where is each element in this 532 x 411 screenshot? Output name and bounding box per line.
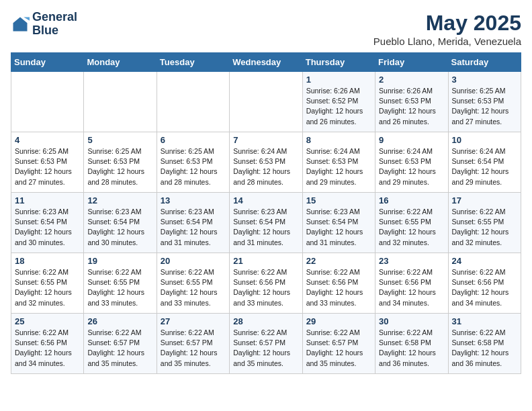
- day-number: 22: [306, 256, 371, 266]
- header-thursday: Thursday: [302, 53, 375, 72]
- calendar-cell: 6Sunrise: 6:25 AM Sunset: 6:53 PM Daylig…: [157, 132, 229, 193]
- day-number: 25: [15, 316, 80, 326]
- day-number: 16: [379, 195, 444, 205]
- day-number: 17: [452, 195, 517, 205]
- day-number: 30: [379, 316, 444, 326]
- day-number: 29: [306, 316, 371, 326]
- day-number: 4: [15, 135, 80, 145]
- calendar-cell: 26Sunrise: 6:22 AM Sunset: 6:57 PM Dayli…: [84, 314, 157, 374]
- day-info: Sunrise: 6:25 AM Sunset: 6:53 PM Dayligh…: [161, 146, 226, 187]
- day-info: Sunrise: 6:22 AM Sunset: 6:56 PM Dayligh…: [306, 267, 371, 308]
- day-number: 20: [161, 256, 226, 266]
- svg-marker-0: [13, 17, 28, 31]
- day-info: Sunrise: 6:25 AM Sunset: 6:53 PM Dayligh…: [452, 86, 517, 127]
- day-info: Sunrise: 6:23 AM Sunset: 6:54 PM Dayligh…: [306, 207, 371, 248]
- calendar-cell: 29Sunrise: 6:22 AM Sunset: 6:57 PM Dayli…: [302, 314, 375, 374]
- day-number: 3: [452, 75, 517, 85]
- calendar-cell: 21Sunrise: 6:22 AM Sunset: 6:56 PM Dayli…: [230, 253, 302, 314]
- day-info: Sunrise: 6:23 AM Sunset: 6:54 PM Dayligh…: [15, 207, 80, 248]
- calendar-header-row: SundayMondayTuesdayWednesdayThursdayFrid…: [11, 53, 521, 72]
- calendar-cell: 22Sunrise: 6:22 AM Sunset: 6:56 PM Dayli…: [302, 253, 375, 314]
- day-info: Sunrise: 6:22 AM Sunset: 6:58 PM Dayligh…: [379, 328, 444, 369]
- day-number: 7: [233, 135, 298, 145]
- day-number: 2: [379, 75, 444, 85]
- calendar-cell: 27Sunrise: 6:22 AM Sunset: 6:57 PM Dayli…: [157, 314, 229, 374]
- day-info: Sunrise: 6:24 AM Sunset: 6:54 PM Dayligh…: [452, 146, 517, 187]
- header-saturday: Saturday: [448, 53, 521, 72]
- header-sunday: Sunday: [11, 53, 84, 72]
- day-info: Sunrise: 6:26 AM Sunset: 6:53 PM Dayligh…: [379, 86, 444, 127]
- day-info: Sunrise: 6:24 AM Sunset: 6:53 PM Dayligh…: [233, 146, 298, 187]
- day-number: 11: [15, 195, 80, 205]
- day-number: 9: [379, 135, 444, 145]
- calendar-cell: 9Sunrise: 6:24 AM Sunset: 6:53 PM Daylig…: [375, 132, 448, 193]
- day-info: Sunrise: 6:25 AM Sunset: 6:53 PM Dayligh…: [87, 146, 152, 187]
- calendar-cell: [157, 72, 229, 132]
- header-wednesday: Wednesday: [230, 53, 302, 72]
- day-number: 14: [233, 195, 298, 205]
- calendar-cell: 4Sunrise: 6:25 AM Sunset: 6:53 PM Daylig…: [11, 132, 84, 193]
- calendar-cell: 15Sunrise: 6:23 AM Sunset: 6:54 PM Dayli…: [302, 193, 375, 253]
- calendar-cell: 18Sunrise: 6:22 AM Sunset: 6:55 PM Dayli…: [11, 253, 84, 314]
- day-number: 24: [452, 256, 517, 266]
- month-title: May 2025: [373, 11, 521, 36]
- calendar-cell: 11Sunrise: 6:23 AM Sunset: 6:54 PM Dayli…: [11, 193, 84, 253]
- calendar-cell: 20Sunrise: 6:22 AM Sunset: 6:55 PM Dayli…: [157, 253, 229, 314]
- calendar-week-4: 18Sunrise: 6:22 AM Sunset: 6:55 PM Dayli…: [11, 253, 521, 314]
- day-info: Sunrise: 6:25 AM Sunset: 6:53 PM Dayligh…: [15, 146, 80, 187]
- day-number: 31: [452, 316, 517, 326]
- day-info: Sunrise: 6:22 AM Sunset: 6:55 PM Dayligh…: [87, 267, 152, 308]
- day-number: 19: [87, 256, 152, 266]
- day-info: Sunrise: 6:22 AM Sunset: 6:57 PM Dayligh…: [233, 328, 298, 369]
- calendar-cell: 12Sunrise: 6:23 AM Sunset: 6:54 PM Dayli…: [84, 193, 157, 253]
- day-info: Sunrise: 6:22 AM Sunset: 6:55 PM Dayligh…: [15, 267, 80, 308]
- day-number: 26: [87, 316, 152, 326]
- calendar-cell: 16Sunrise: 6:22 AM Sunset: 6:55 PM Dayli…: [375, 193, 448, 253]
- logo: General Blue: [11, 11, 77, 38]
- day-info: Sunrise: 6:22 AM Sunset: 6:56 PM Dayligh…: [233, 267, 298, 308]
- day-info: Sunrise: 6:22 AM Sunset: 6:57 PM Dayligh…: [87, 328, 152, 369]
- calendar-cell: 1Sunrise: 6:26 AM Sunset: 6:52 PM Daylig…: [302, 72, 375, 132]
- calendar-cell: [84, 72, 157, 132]
- day-info: Sunrise: 6:22 AM Sunset: 6:56 PM Dayligh…: [15, 328, 80, 369]
- calendar-week-5: 25Sunrise: 6:22 AM Sunset: 6:56 PM Dayli…: [11, 314, 521, 374]
- calendar-cell: 10Sunrise: 6:24 AM Sunset: 6:54 PM Dayli…: [448, 132, 521, 193]
- day-number: 18: [15, 256, 80, 266]
- calendar-week-3: 11Sunrise: 6:23 AM Sunset: 6:54 PM Dayli…: [11, 193, 521, 253]
- calendar-cell: 30Sunrise: 6:22 AM Sunset: 6:58 PM Dayli…: [375, 314, 448, 374]
- day-info: Sunrise: 6:22 AM Sunset: 6:55 PM Dayligh…: [452, 207, 517, 248]
- calendar-cell: [11, 72, 84, 132]
- calendar-week-2: 4Sunrise: 6:25 AM Sunset: 6:53 PM Daylig…: [11, 132, 521, 193]
- calendar-cell: 13Sunrise: 6:23 AM Sunset: 6:54 PM Dayli…: [157, 193, 229, 253]
- location: Pueblo Llano, Merida, Venezuela: [373, 36, 521, 47]
- calendar-cell: 23Sunrise: 6:22 AM Sunset: 6:56 PM Dayli…: [375, 253, 448, 314]
- day-number: 8: [306, 135, 371, 145]
- calendar-cell: 3Sunrise: 6:25 AM Sunset: 6:53 PM Daylig…: [448, 72, 521, 132]
- title-block: May 2025 Pueblo Llano, Merida, Venezuela: [373, 11, 521, 47]
- calendar-cell: 28Sunrise: 6:22 AM Sunset: 6:57 PM Dayli…: [230, 314, 302, 374]
- day-number: 28: [233, 316, 298, 326]
- calendar-cell: 31Sunrise: 6:22 AM Sunset: 6:58 PM Dayli…: [448, 314, 521, 374]
- day-number: 1: [306, 75, 371, 85]
- day-info: Sunrise: 6:23 AM Sunset: 6:54 PM Dayligh…: [161, 207, 226, 248]
- svg-marker-1: [24, 17, 30, 20]
- calendar-cell: 14Sunrise: 6:23 AM Sunset: 6:54 PM Dayli…: [230, 193, 302, 253]
- day-info: Sunrise: 6:22 AM Sunset: 6:55 PM Dayligh…: [161, 267, 226, 308]
- day-number: 27: [161, 316, 226, 326]
- calendar-cell: 19Sunrise: 6:22 AM Sunset: 6:55 PM Dayli…: [84, 253, 157, 314]
- header-tuesday: Tuesday: [157, 53, 229, 72]
- day-info: Sunrise: 6:24 AM Sunset: 6:53 PM Dayligh…: [379, 146, 444, 187]
- day-number: 10: [452, 135, 517, 145]
- day-info: Sunrise: 6:22 AM Sunset: 6:56 PM Dayligh…: [452, 267, 517, 308]
- day-number: 5: [87, 135, 152, 145]
- calendar-table: SundayMondayTuesdayWednesdayThursdayFrid…: [11, 52, 521, 374]
- day-number: 23: [379, 256, 444, 266]
- day-info: Sunrise: 6:22 AM Sunset: 6:56 PM Dayligh…: [379, 267, 444, 308]
- header-monday: Monday: [84, 53, 157, 72]
- day-number: 21: [233, 256, 298, 266]
- day-number: 15: [306, 195, 371, 205]
- day-info: Sunrise: 6:22 AM Sunset: 6:57 PM Dayligh…: [306, 328, 371, 369]
- page-header: General Blue May 2025 Pueblo Llano, Meri…: [11, 11, 521, 47]
- day-info: Sunrise: 6:26 AM Sunset: 6:52 PM Dayligh…: [306, 86, 371, 127]
- header-friday: Friday: [375, 53, 448, 72]
